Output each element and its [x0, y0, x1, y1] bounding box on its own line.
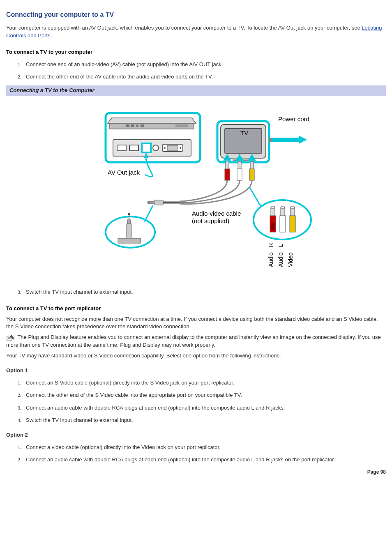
option1-steps: Connect an S Video cable (optional) dire… [6, 379, 386, 424]
label-audio-r: Audio - R [267, 243, 274, 267]
intro-text-2: . [51, 32, 52, 39]
svg-rect-46 [271, 223, 274, 230]
svg-rect-23 [225, 169, 230, 180]
svg-rect-8 [117, 145, 126, 151]
list-item: Connect an audio cable with double RCA p… [23, 456, 386, 463]
label-av-cable-2: (not supplied) [192, 217, 229, 224]
label-video: Video [287, 252, 294, 267]
paragraph-select-option: Your TV may have standard video or S Vid… [6, 352, 386, 359]
svg-rect-52 [291, 207, 294, 208]
svg-rect-33 [154, 200, 163, 205]
svg-marker-21 [299, 136, 307, 144]
svg-rect-10 [142, 143, 151, 152]
note-icon [6, 334, 15, 341]
svg-point-13 [164, 147, 166, 149]
svg-rect-9 [129, 145, 138, 151]
svg-rect-5 [141, 124, 144, 127]
svg-rect-49 [281, 207, 284, 208]
svg-rect-3 [131, 124, 134, 127]
list-item: Switch the TV input channel to external … [23, 288, 386, 296]
svg-rect-24 [226, 161, 229, 169]
connection-diagram-svg: AV Out jack TV Power cord [69, 101, 323, 273]
option2-heading: Option 2 [6, 431, 386, 439]
subheading-port-replicator: To connect a TV to the port replicator [6, 305, 386, 312]
svg-marker-25 [226, 161, 229, 161]
steps-list-a: Connect one end of an audio-video (AV) c… [6, 61, 386, 81]
intro-paragraph: Your computer is equipped with an AV Out… [6, 24, 386, 39]
svg-rect-50 [290, 216, 295, 232]
list-item: Switch the TV input channel to external … [23, 417, 386, 424]
svg-rect-39 [118, 238, 141, 243]
section-title: Connecting your computer to a TV [6, 10, 386, 19]
svg-point-11 [153, 145, 159, 151]
svg-rect-26 [237, 169, 242, 180]
label-tv: TV [240, 129, 248, 136]
note-paragraph: The Plug and Display feature enables you… [6, 334, 386, 348]
svg-point-41 [128, 213, 130, 215]
svg-point-35 [147, 201, 150, 204]
figure-caption: Connecting a TV to the Computer [6, 85, 386, 95]
list-item: Connect an audio cable with double RCA p… [23, 404, 386, 412]
svg-rect-22 [269, 138, 272, 142]
paragraph-precedence: Your computer does not recognize more th… [6, 315, 386, 330]
svg-rect-38 [127, 220, 131, 224]
svg-rect-44 [271, 207, 275, 216]
option1-heading: Option 1 [6, 367, 386, 374]
svg-rect-2 [126, 124, 129, 127]
subheading-connect-tv: To connect a TV to your computer [6, 48, 386, 56]
option2-steps: Connect a video cable (optional) directl… [6, 444, 386, 463]
svg-rect-37 [126, 224, 132, 238]
label-audio-l: Audio - L [277, 244, 284, 267]
steps-list-b: Switch the TV input channel to external … [6, 288, 386, 296]
svg-point-4 [136, 124, 138, 127]
list-item: Connect an S Video cable (optional) dire… [23, 379, 386, 387]
svg-rect-48 [281, 207, 285, 216]
svg-rect-28 [249, 169, 254, 180]
svg-rect-6 [175, 124, 188, 127]
svg-point-14 [180, 147, 181, 149]
svg-rect-29 [250, 161, 254, 169]
svg-rect-45 [271, 207, 274, 208]
label-power-cord: Power cord [278, 115, 309, 122]
intro-text-1: Your computer is equipped with an AV Out… [6, 25, 362, 31]
svg-rect-51 [291, 207, 295, 216]
svg-rect-34 [149, 201, 154, 204]
note-text: The Plug and Display feature enables you… [6, 334, 381, 348]
list-item: Connect the other end of the S Video cab… [23, 391, 386, 399]
svg-rect-47 [280, 216, 286, 232]
svg-rect-27 [238, 161, 241, 169]
svg-rect-15 [167, 145, 178, 150]
list-item: Connect a video cable (optional) directl… [23, 444, 386, 451]
page-number: Page 98 [6, 469, 386, 476]
list-item: Connect the other end of the AV cable in… [23, 73, 386, 81]
label-av-cable-1: Audio-video cable [192, 210, 241, 217]
list-item: Connect one end of an audio-video (AV) c… [23, 61, 386, 68]
label-av-out: AV Out jack [108, 169, 140, 176]
figure-diagram: AV Out jack TV Power cord [6, 96, 386, 283]
